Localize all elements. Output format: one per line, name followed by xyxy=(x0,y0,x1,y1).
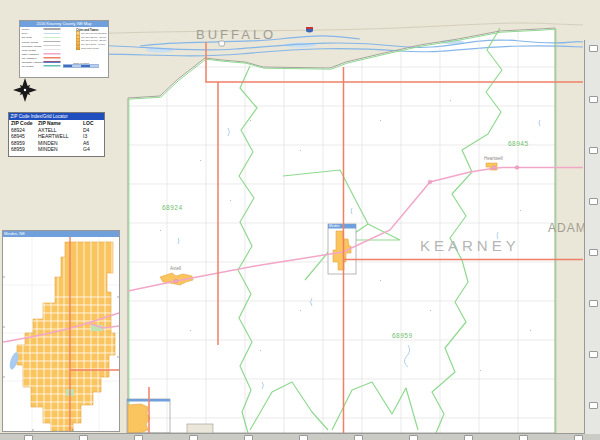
minden-callout-box xyxy=(328,224,356,274)
state-highway-sample xyxy=(44,53,61,55)
inset-header: Minden, NE xyxy=(3,231,119,237)
zip-table-title: ZIP Code Index/Grid Locator xyxy=(9,113,104,120)
zip-code-index-table: ZIP Code Index/Grid Locator ZIP Code ZIP… xyxy=(8,112,105,157)
inset-title: Minden, NE xyxy=(3,231,119,237)
interstate-sample xyxy=(44,61,61,63)
grid-number: 5 xyxy=(589,249,598,256)
county-line-sample xyxy=(44,29,61,30)
grid-letter: J xyxy=(519,435,528,440)
grid-letter: D xyxy=(189,435,198,440)
zip-label-68959: 68959 xyxy=(392,332,413,339)
grid-number: 8 xyxy=(589,402,598,409)
map-poster: KEARNEY COUNTY, NE Market MAPS 2016 Kear… xyxy=(0,0,600,440)
small-bottom-inset xyxy=(187,424,213,433)
grid-letter: C xyxy=(134,435,143,440)
scale-bar: Scale in Miles xyxy=(63,61,99,68)
inset-canvas xyxy=(3,237,119,431)
grid-number: 4 xyxy=(589,198,598,205)
grid-letter: G xyxy=(354,435,363,440)
legend-body: County River ZIP Code Primary Roads Seco… xyxy=(20,27,108,73)
grid-number: 3 xyxy=(589,147,598,154)
legend-box: 2016 Kearney County, NE Map County River… xyxy=(19,20,109,78)
grid-number-strip: 1 2 3 4 5 6 7 8 xyxy=(584,40,600,434)
table-row: 68959MINDENG4 xyxy=(9,146,104,153)
us-highway-sample xyxy=(44,57,61,59)
zip-label-68924: 68924 xyxy=(162,204,183,211)
town-label-heartwell: Heartwell xyxy=(484,156,503,161)
grid-letter: E xyxy=(244,435,253,440)
grid-letter: K xyxy=(574,435,583,440)
town-label-axtell: Axtell xyxy=(170,266,181,271)
city-swatch xyxy=(76,46,80,50)
grid-letter: I xyxy=(464,435,473,440)
grid-letter: F xyxy=(299,435,308,440)
minden-inset-map: Minden, NE xyxy=(2,230,120,432)
grid-number: 2 xyxy=(589,96,598,103)
zip-label-68945: 68945 xyxy=(508,140,529,147)
city-class-row: Town Under 2,500 xyxy=(76,46,107,50)
primary-road-sample xyxy=(44,41,61,42)
zip-line-sample xyxy=(44,37,61,38)
secondary-road-sample xyxy=(44,45,61,46)
grid-letter: A xyxy=(24,435,33,440)
grid-number: 6 xyxy=(589,300,598,307)
county-label-kearney: KEARNEY xyxy=(420,237,520,254)
town-southwest xyxy=(128,404,150,433)
county-label-buffalo: BUFFALO xyxy=(196,27,276,42)
zip-table-header: ZIP Code Index/Grid Locator xyxy=(9,113,104,120)
callout-title: Minden xyxy=(329,224,356,228)
grid-letter: B xyxy=(79,435,88,440)
grid-letter: H xyxy=(409,435,418,440)
cities-and-towns-legend: Cities and Towns City Over 50,000 and Su… xyxy=(76,28,107,50)
toll-road-sample xyxy=(44,65,61,67)
grid-number: 1 xyxy=(589,45,598,52)
grid-letter-strip: A B C D E F G H I J K xyxy=(0,433,600,440)
scale-bar-segments xyxy=(63,65,99,68)
grid-number: 7 xyxy=(589,351,598,358)
minor-road-sample xyxy=(44,49,61,50)
river-line-sample xyxy=(44,33,61,34)
interstate-shield-icon xyxy=(306,27,313,33)
